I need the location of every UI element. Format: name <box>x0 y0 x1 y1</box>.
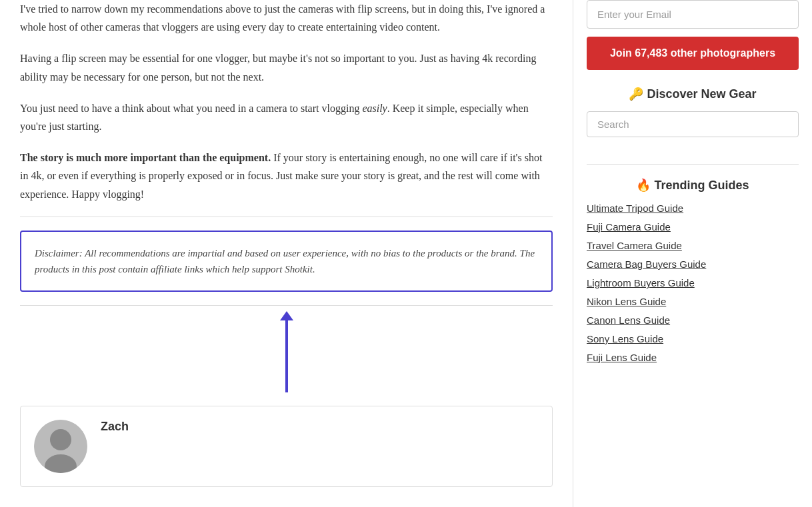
discover-title-text: Discover New Gear <box>647 87 756 101</box>
sidebar-divider <box>587 164 799 165</box>
avatar <box>34 420 87 473</box>
fire-icon: 🔥 <box>636 179 651 192</box>
comment-author: Zach <box>101 420 129 433</box>
email-section: Join 67,483 other photographers <box>587 0 799 70</box>
trending-title-text: Trending Guides <box>655 179 749 192</box>
discover-title: 🔑 Discover New Gear <box>629 87 756 101</box>
trending-title: 🔥 Trending Guides <box>636 179 749 192</box>
bold-story: The story is much more important than th… <box>20 152 271 163</box>
comment-section: Zach <box>20 406 553 487</box>
paragraph-2: Having a flip screen may be essential fo… <box>20 49 553 85</box>
main-content: I've tried to narrow down my recommendat… <box>0 0 573 507</box>
guide-link-fuji-lens-guide[interactable]: Fuji Lens Guide <box>587 352 657 363</box>
list-item: Ultimate Tripod Guide <box>587 203 799 215</box>
guide-link-sony-lens-guide[interactable]: Sony Lens Guide <box>587 333 663 344</box>
search-input[interactable] <box>587 111 799 137</box>
paragraph-3: You just need to have a think about what… <box>20 99 553 135</box>
key-icon: 🔑 <box>629 87 643 101</box>
article-text: I've tried to narrow down my recommendat… <box>20 0 553 203</box>
scroll-up-arrow <box>285 319 288 392</box>
guide-link-fuji-camera-guide[interactable]: Fuji Camera Guide <box>587 221 671 233</box>
paragraph-4: The story is much more important than th… <box>20 149 553 203</box>
guide-link-canon-lens-guide[interactable]: Canon Lens Guide <box>587 314 670 326</box>
paragraph-1: I've tried to narrow down my recommendat… <box>20 0 553 36</box>
divider-thin <box>20 305 553 306</box>
list-item: Fuji Lens Guide <box>587 352 799 364</box>
join-button[interactable]: Join 67,483 other photographers <box>587 37 799 70</box>
list-item: Travel Camera Guide <box>587 240 799 252</box>
list-item: Sony Lens Guide <box>587 333 799 345</box>
list-item: Canon Lens Guide <box>587 314 799 326</box>
sidebar: Join 67,483 other photographers 🔑 Discov… <box>573 0 812 507</box>
comment-info: Zach <box>101 420 129 434</box>
disclaimer-text: Disclaimer: All recommendations are impa… <box>35 245 538 277</box>
trending-section: 🔥 Trending Guides <box>587 178 799 193</box>
guide-links: Ultimate Tripod GuideFuji Camera GuideTr… <box>587 203 799 364</box>
guide-link-nikon-lens-guide[interactable]: Nikon Lens Guide <box>587 296 666 307</box>
email-input[interactable] <box>587 0 799 29</box>
italic-easily: easily <box>362 103 387 114</box>
discover-section: 🔑 Discover New Gear <box>587 87 799 101</box>
comment-box: Zach <box>20 406 553 487</box>
list-item: Nikon Lens Guide <box>587 296 799 308</box>
article-divider <box>20 217 553 217</box>
guide-link-ultimate-tripod-guide[interactable]: Ultimate Tripod Guide <box>587 203 683 214</box>
list-item: Fuji Camera Guide <box>587 221 799 233</box>
disclaimer-box: Disclaimer: All recommendations are impa… <box>20 231 553 292</box>
svg-point-1 <box>50 429 71 450</box>
list-item: Lightroom Buyers Guide <box>587 277 799 289</box>
guide-link-camera-bag-buyers-guide[interactable]: Camera Bag Buyers Guide <box>587 258 706 270</box>
list-item: Camera Bag Buyers Guide <box>587 258 799 270</box>
guide-link-travel-camera-guide[interactable]: Travel Camera Guide <box>587 240 682 251</box>
guide-link-lightroom-buyers-guide[interactable]: Lightroom Buyers Guide <box>587 277 695 288</box>
scroll-arrow-container <box>20 319 553 392</box>
